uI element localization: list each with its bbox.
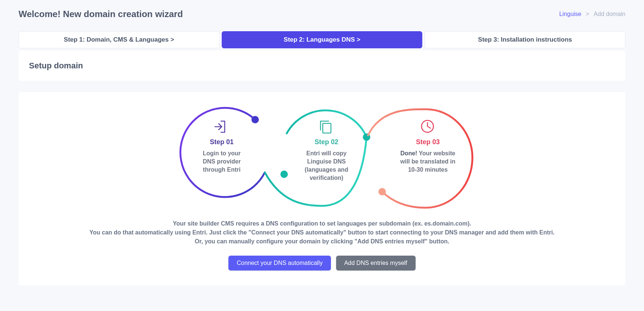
setup-section: Setup domain: [19, 51, 625, 81]
connect-dns-button[interactable]: Connect your DNS automatically: [228, 256, 331, 270]
step1-line3: through Entri: [203, 166, 240, 173]
step3-label: Step 03: [416, 138, 440, 146]
step3-line3: 10-30 minutes: [408, 166, 448, 173]
breadcrumb-current: Add domain: [594, 11, 625, 17]
login-icon: [215, 121, 225, 132]
copy-icon: [321, 121, 331, 133]
breadcrumb-separator: >: [586, 11, 589, 17]
clock-icon: [422, 120, 433, 132]
step3-line2: will be translated in: [400, 158, 455, 165]
svg-rect-4: [323, 123, 331, 133]
main-panel: Step 01 Login to your DNS provider throu…: [19, 92, 625, 285]
description-text: Your site builder CMS requires a DNS con…: [44, 219, 600, 246]
step1-label: Step 01: [210, 138, 234, 146]
tab-step-1[interactable]: Step 1: Domain, CMS & Languages >: [19, 31, 219, 48]
svg-point-0: [251, 116, 259, 123]
tab-step-2[interactable]: Step 2: Languages DNS >: [222, 31, 423, 48]
page-title: Welcome! New domain creation wizard: [19, 9, 183, 19]
tab-step-3[interactable]: Step 3: Installation instructions: [425, 31, 625, 48]
step2-line3: (languages and: [305, 166, 348, 173]
step2-line2: Linguise DNS: [307, 158, 346, 165]
breadcrumb: Linguise > Add domain: [559, 11, 625, 17]
steps-diagram: Step 01 Login to your DNS provider throu…: [29, 106, 615, 210]
step3-line1: Done! Your website: [400, 150, 455, 156]
wizard-steps: Step 1: Domain, CMS & Languages > Step 2…: [19, 31, 625, 48]
step2-line1: Entri will copy: [306, 150, 347, 156]
svg-point-3: [378, 188, 386, 195]
svg-point-1: [280, 171, 288, 178]
step1-line1: Login to your: [203, 150, 241, 156]
description-line-1: Your site builder CMS requires a DNS con…: [44, 219, 600, 228]
step2-line4: verification): [310, 175, 344, 181]
add-dns-manual-button[interactable]: Add DNS entries myself: [336, 256, 416, 270]
step1-line2: DNS provider: [203, 158, 241, 165]
description-line-2: You can do that automatically using Entr…: [44, 228, 600, 237]
action-buttons: Connect your DNS automatically Add DNS e…: [29, 256, 615, 270]
description-line-3: Or, you can manually configure your doma…: [44, 237, 600, 246]
breadcrumb-link-linguise[interactable]: Linguise: [559, 11, 582, 17]
section-title: Setup domain: [29, 61, 615, 71]
step2-label: Step 02: [315, 138, 338, 146]
